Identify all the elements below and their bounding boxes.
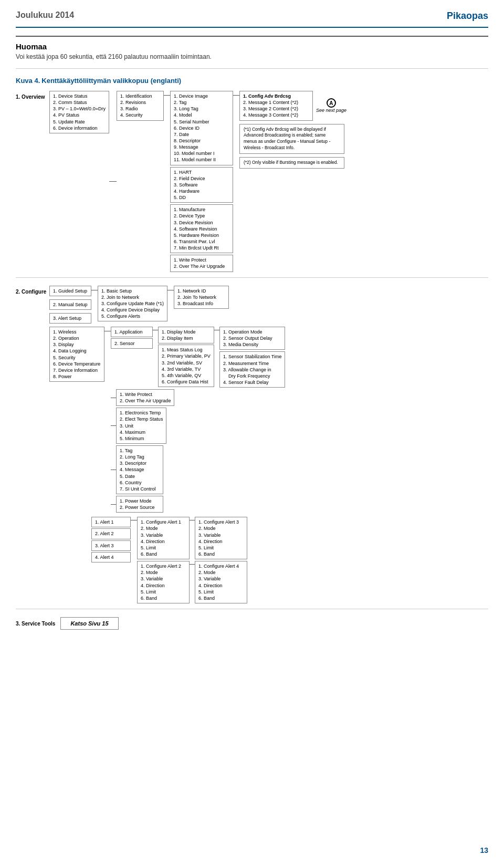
conn-l2-l3: [164, 95, 170, 96]
op-item2: 2. Sensor Output Delay: [223, 335, 282, 341]
pw-item2: 2. Power Source: [120, 504, 160, 510]
id-item6: 6. Device ID: [174, 125, 229, 131]
meas-item5: 5. 4th Variable, QV: [162, 372, 211, 379]
et-item5: 5. Minimum: [120, 435, 163, 442]
ca1-item5: 5. Limit: [141, 545, 186, 551]
w-item2: 2. Operation: [53, 335, 101, 341]
alert1-box: 1. Alert 1: [91, 517, 131, 527]
meas-item2: 2. Primary Variable, PV: [162, 353, 211, 359]
ca3-item6: 6. Band: [198, 551, 244, 557]
config-adv-box: 1. Config Adv Brdcsg 2. Message 1 Conten…: [239, 91, 313, 121]
di-item7: 7. SI Unit Control: [120, 486, 160, 492]
config-adv-item1: 2. Message 1 Content (*2): [243, 99, 309, 106]
ca3-item4: 4. Direction: [198, 538, 244, 545]
w-item4: 4. Data Logging: [53, 348, 101, 354]
alert-box: 3. Alert Setup: [49, 313, 91, 324]
rev-item5: 5. DD: [174, 194, 229, 201]
configure-label: 2. Configure: [16, 286, 49, 295]
ss-item3b: Dry Fork Frequency: [223, 373, 282, 379]
ca1-item3: 3. Variable: [141, 532, 186, 538]
conn-op: [214, 330, 219, 330]
meas-box: 1. Meas Status Log 2. Primary Variable, …: [158, 345, 214, 387]
l1-item4: 4. PV Status: [53, 112, 106, 118]
figure-label: Kuva 4.: [16, 77, 40, 85]
notice-title: Huomaa: [16, 42, 488, 51]
alert1-label: 1. Alert 1: [95, 519, 127, 525]
note1-box: (*1) Config Adv Brdcsg will be displayed…: [239, 124, 344, 154]
overview-level3-group: 1. Device Image 2. Tag 3. Long Tag 4. Mo…: [170, 91, 233, 272]
alert-section-row: 1. Alert 1 2. Alert 2 3. Alert 3 4. Aler…: [91, 517, 488, 603]
configure-subs: 1. Guided Setup 2. Manual Setup 3. Alert…: [49, 286, 91, 324]
ca1-item2: 2. Mode: [141, 525, 186, 531]
conn-pw: [111, 504, 116, 505]
bs-item3: 3. Configure Update Rate (*1): [101, 300, 164, 307]
ca4-item3: 3. Variable: [198, 576, 244, 582]
page: Joulukuu 2014 Pikaopas Huomaa Voi kestää…: [0, 0, 504, 865]
manual-label: 2. Manual Setup: [53, 301, 88, 308]
radio-item6: 6. Transmit Pwr. Lvl: [174, 238, 229, 245]
op-item3: 3. Media Density: [223, 341, 282, 348]
config-adv-item2: 3. Message 2 Content (*2): [243, 106, 309, 112]
config-adv-row: 1. Config Adv Brdcsg 2. Message 1 Conten…: [239, 91, 346, 121]
op-mode-col: 1. Operation Mode 2. Sensor Output Delay…: [219, 327, 286, 388]
level1-box: 1. Device Status 2. Comm Status 3. PV – …: [49, 91, 109, 133]
radio-item4: 4. Software Revision: [174, 226, 229, 232]
section-divider: [16, 68, 488, 69]
conf-alert1-row: 1. Configure Alert 1 2. Mode 3. Variable…: [137, 517, 247, 559]
overview-row: 1. Overview 1. Device Status 2. Comm Sta…: [16, 91, 488, 272]
di-item6: 6. Country: [120, 480, 160, 486]
rev-item2: 2. Field Device: [174, 175, 229, 182]
overview-label: 1. Overview: [16, 91, 49, 100]
conn-alert: [131, 520, 137, 520]
power-box: 1. Power Mode 2. Power Source: [116, 496, 163, 513]
radio-item5: 5. Hardware Revision: [174, 232, 229, 238]
alert-configure-col1: 1. Configure Alert 1 2. Mode 3. Variable…: [137, 517, 247, 603]
ni-item1: 1. Network ID: [177, 288, 225, 294]
id-item10: 10. Model number I: [174, 150, 229, 157]
di-item5: 5. Date: [120, 473, 160, 480]
meas-item4: 4. 3rd Variable, TV: [162, 366, 211, 372]
disp-item: 2. Display Item: [162, 335, 211, 341]
et-item1: 1. Electronics Temp: [120, 410, 163, 416]
l1-item1: 1. Device Status: [53, 93, 106, 99]
header-divider: [16, 27, 488, 28]
radio-box: 1. Manufacture 2. Device Type 3. Device …: [170, 204, 233, 253]
l1-item6: 6. Device information: [53, 125, 106, 131]
circle-a-icon: A: [327, 98, 336, 108]
section-divider3: [16, 609, 488, 609]
conn-conf2: [167, 290, 174, 290]
conn-l1-l2: [109, 181, 117, 182]
wireless-row: 1. Wireless 2. Operation 3. Display 4. D…: [49, 327, 488, 513]
di-item2: 2. Long Tag: [120, 454, 160, 460]
wireless-col: 1. Wireless 2. Operation 3. Display 4. D…: [49, 327, 104, 382]
guided-box: 1. Guided Setup: [49, 286, 91, 296]
ss-item3: 3. Allowable Change in: [223, 367, 282, 373]
w-item7: 7. Device Information: [53, 367, 101, 373]
sensor-label: 2. Sensor: [114, 340, 149, 347]
ca3-item3: 3. Variable: [198, 532, 244, 538]
et-item4: 4. Maximum: [120, 429, 163, 435]
guided-label: 1. Guided Setup: [53, 288, 88, 294]
conn-l3-config: [233, 95, 239, 96]
id-item11: 11. Model number II: [174, 157, 229, 163]
op-item1: 1. Operation Mode: [223, 329, 282, 335]
note2-box: (*2) Only visible if Bursting message is…: [239, 157, 344, 169]
id-item4: 4. Model: [174, 112, 229, 118]
id-item3: 3. Long Tag: [174, 106, 229, 112]
alert4-box: 4. Alert 4: [91, 552, 131, 562]
radio-item1: 1. Manufacture: [174, 206, 229, 213]
l2-item1: 1. Identification: [120, 93, 160, 99]
sec-item1: 1. Write Protect: [174, 257, 229, 263]
ni-item3: 3. Broadcast Info: [177, 300, 225, 307]
config-adv-col: 1. Config Adv Brdcsg 2. Message 1 Conten…: [239, 91, 346, 169]
ca4-item6: 6. Band: [198, 595, 244, 601]
conn-conf1: [91, 290, 98, 290]
alert2-label: 2. Alert 2: [95, 530, 127, 537]
alert3-label: 3. Alert 3: [95, 543, 127, 549]
app-sensor-area: 1. Application 2. Sensor 1. Display Mode…: [111, 327, 285, 513]
display-box: 1. Display Mode 2. Display Item: [158, 327, 214, 343]
ca2-item1: 1. Configure Alert 2: [141, 563, 186, 569]
w-item8: 8. Power: [53, 373, 101, 380]
service-label: 3. Service Tools: [16, 621, 55, 627]
ca4-item5: 5. Limit: [198, 589, 244, 595]
